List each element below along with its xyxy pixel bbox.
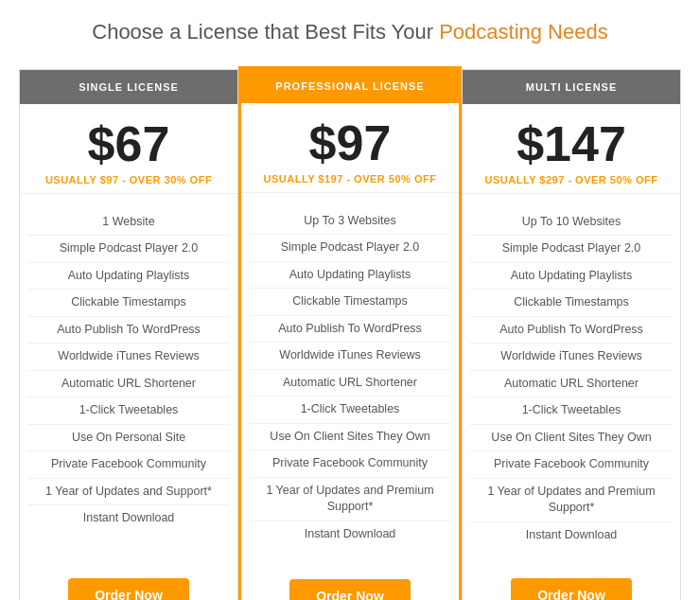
card-price-professional: $97	[249, 118, 451, 168]
card-footer-professional: Order Now	[241, 564, 459, 600]
list-item: Worldwide iTunes Reviews	[249, 343, 451, 370]
list-item: Worldwide iTunes Reviews	[27, 344, 230, 371]
page-wrapper: Choose a License that Best Fits Your Pod…	[19, 19, 681, 600]
list-item: Auto Updating Playlists	[249, 262, 451, 290]
card-footer-single: Order Now	[20, 563, 237, 600]
pricing-grid: SINGLE LICENSE$67USUALLY $97 - OVER 30% …	[19, 69, 681, 600]
card-features-professional: Up To 3 WebsitesSimple Podcast Player 2.…	[241, 193, 459, 565]
list-item: Simple Podcast Player 2.0	[470, 236, 673, 263]
list-item: Worldwide iTunes Reviews	[470, 344, 673, 371]
list-item: Use On Client Sites They Own	[470, 425, 673, 452]
list-item: 1-Click Tweetables	[27, 397, 230, 425]
list-item: 1 Year of Updates and Support*	[27, 479, 230, 506]
list-item: Automatic URL Shortener	[470, 371, 673, 398]
order-button-professional[interactable]: Order Now	[289, 579, 411, 600]
card-price-note-single: USUALLY $97 - OVER 30% OFF	[27, 174, 230, 185]
list-item: Clickable Timestamps	[470, 290, 673, 317]
card-price-block-multi: $147USUALLY $297 - OVER 50% OFF	[463, 104, 680, 194]
list-item: 1 Website	[27, 209, 230, 237]
card-header-multi: MULTI LICENSE	[463, 70, 680, 104]
list-item: Instant Download	[27, 505, 230, 532]
list-item: Automatic URL Shortener	[27, 371, 230, 398]
list-item: 1-Click Tweetables	[249, 397, 451, 424]
list-item: Up To 10 Websites	[470, 209, 673, 237]
card-features-single: 1 WebsiteSimple Podcast Player 2.0Auto U…	[20, 194, 237, 564]
list-item: Automatic URL Shortener	[249, 370, 451, 397]
list-item: Simple Podcast Player 2.0	[27, 236, 230, 263]
card-price-note-multi: USUALLY $297 - OVER 50% OFF	[470, 174, 673, 185]
pricing-card-multi: MULTI LICENSE$147USUALLY $297 - OVER 50%…	[462, 69, 681, 600]
page-title: Choose a License that Best Fits Your Pod…	[19, 19, 681, 46]
list-item: Auto Updating Playlists	[27, 263, 230, 291]
list-item: Clickable Timestamps	[27, 290, 230, 317]
list-item: Use On Personal Site	[27, 425, 230, 452]
list-item: Private Facebook Community	[27, 451, 230, 479]
list-item: Private Facebook Community	[470, 451, 673, 479]
pricing-card-professional: PROFESSIONAL LICENSE$97USUALLY $197 - OV…	[238, 66, 462, 600]
list-item: 1-Click Tweetables	[470, 397, 673, 425]
list-item: 1 Year of Updates and Premium Support*	[470, 479, 673, 522]
card-price-block-professional: $97USUALLY $197 - OVER 50% OFF	[241, 103, 459, 193]
card-price-multi: $147	[470, 119, 673, 168]
list-item: Use On Client Sites They Own	[249, 424, 451, 451]
title-highlight: Podcasting Needs	[439, 20, 608, 44]
list-item: Auto Publish To WordPress	[470, 317, 673, 344]
list-item: 1 Year of Updates and Premium Support*	[249, 478, 451, 521]
list-item: Instant Download	[249, 521, 451, 548]
order-button-single[interactable]: Order Now	[68, 578, 189, 600]
list-item: Simple Podcast Player 2.0	[249, 235, 451, 262]
card-price-block-single: $67USUALLY $97 - OVER 30% OFF	[20, 104, 237, 194]
card-footer-multi: Order Now	[463, 563, 680, 600]
list-item: Instant Download	[470, 522, 673, 549]
pricing-card-single: SINGLE LICENSE$67USUALLY $97 - OVER 30% …	[19, 69, 238, 600]
list-item: Auto Publish To WordPress	[249, 316, 451, 344]
list-item: Auto Updating Playlists	[470, 263, 673, 291]
order-button-multi[interactable]: Order Now	[511, 578, 632, 600]
card-header-single: SINGLE LICENSE	[20, 70, 237, 104]
list-item: Clickable Timestamps	[249, 289, 451, 316]
card-price-note-professional: USUALLY $197 - OVER 50% OFF	[249, 173, 451, 185]
list-item: Private Facebook Community	[249, 450, 451, 478]
list-item: Auto Publish To WordPress	[27, 317, 230, 344]
card-price-single: $67	[27, 119, 230, 168]
card-header-professional: PROFESSIONAL LICENSE	[241, 69, 459, 103]
card-features-multi: Up To 10 WebsitesSimple Podcast Player 2…	[463, 194, 680, 564]
list-item: Up To 3 Websites	[249, 208, 451, 236]
